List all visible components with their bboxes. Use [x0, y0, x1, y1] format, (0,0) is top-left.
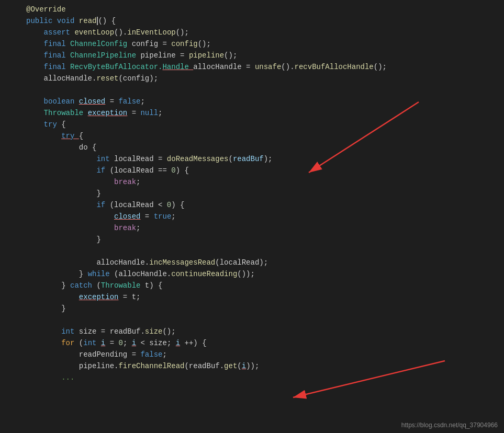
code-token	[26, 51, 44, 60]
code-token	[26, 132, 61, 140]
code-token: Handle	[162, 63, 193, 71]
line-content: final ChannelPipeline pipeline = pipelin…	[26, 51, 499, 60]
code-token: =	[105, 339, 118, 347]
code-token: ;	[171, 212, 175, 221]
line-content: allocHandle.reset(config);	[26, 74, 499, 83]
code-token	[26, 201, 96, 209]
code-line	[0, 316, 504, 327]
code-token: < size;	[136, 339, 176, 347]
code-line: try {	[0, 132, 504, 143]
line-content: final RecvByteBufAllocator.Handle allocH…	[26, 63, 499, 71]
code-token: ;	[158, 109, 162, 117]
line-content: if (localRead < 0) {	[26, 201, 499, 209]
code-token: ();	[374, 63, 387, 71]
code-token: (allocHandle.	[114, 270, 171, 278]
code-token: fireChannelRead	[118, 362, 184, 370]
code-token: Throwable	[44, 109, 88, 117]
code-token: size = readBuf.	[79, 327, 145, 336]
code-token: void	[57, 17, 79, 25]
code-token: continueReading	[171, 270, 237, 278]
code-token: ;	[136, 178, 140, 186]
code-token: ;	[123, 339, 132, 347]
code-token	[26, 63, 44, 71]
code-token: ();	[198, 40, 211, 48]
code-line: readPending = false;	[0, 350, 504, 362]
code-line	[0, 247, 504, 258]
code-line: break;	[0, 224, 504, 235]
code-line	[0, 86, 504, 97]
code-line: allocHandle.incMessagesRead(localRead);	[0, 258, 504, 270]
code-token: (localRead ==	[110, 166, 172, 175]
code-token	[26, 109, 44, 117]
line-content: assert eventLoop().inEventLoop();	[26, 28, 499, 37]
code-token: while	[88, 270, 114, 278]
code-line: }	[0, 235, 504, 247]
code-token: false	[118, 97, 140, 106]
code-token: 0	[167, 201, 171, 209]
code-line: int size = readBuf.size();	[0, 327, 504, 339]
code-token: ) {	[171, 201, 184, 209]
code-token: reset	[96, 74, 118, 83]
code-line: try {	[0, 120, 504, 132]
code-line: final ChannelConfig config = config();	[0, 40, 504, 51]
code-token: ().	[114, 28, 127, 37]
line-content: } while (allocHandle.continueReading());	[26, 270, 499, 278]
code-line: break;	[0, 178, 504, 189]
code-token: closed	[114, 212, 140, 221]
code-token: ();	[224, 51, 237, 60]
code-line: closed = true;	[0, 212, 504, 224]
code-token: t) {	[145, 281, 163, 290]
line-content: int size = readBuf.size();	[26, 327, 499, 336]
code-token: allocHandle.	[26, 258, 149, 267]
line-content: try {	[26, 120, 499, 129]
code-token: @Override	[26, 5, 66, 14]
code-token: (	[96, 281, 100, 290]
code-token: =	[140, 212, 153, 221]
code-token: eventLoop	[74, 28, 114, 37]
code-token: final	[44, 51, 70, 60]
code-token: (	[79, 339, 83, 347]
code-line: final RecvByteBufAllocator.Handle allocH…	[0, 63, 504, 74]
code-token: ();	[176, 28, 189, 37]
code-line: pipeline.fireChannelRead(readBuf.get(i))…	[0, 362, 504, 373]
code-token: );	[264, 155, 273, 163]
code-token: () {	[98, 17, 116, 25]
line-content: } catch (Throwable t) {	[26, 281, 499, 290]
code-token: i	[132, 339, 136, 347]
code-line: allocHandle.reset(config);	[0, 74, 504, 86]
code-token: final	[44, 40, 70, 48]
code-token: incMessagesRead	[149, 258, 215, 267]
code-line: if (localRead < 0) {	[0, 201, 504, 212]
code-line: } catch (Throwable t) {	[0, 281, 504, 293]
code-line: ...	[0, 373, 504, 385]
code-line: do {	[0, 143, 504, 155]
code-token: int	[96, 155, 114, 163]
code-token: (localRead <	[110, 201, 167, 209]
code-token: do {	[26, 143, 96, 152]
line-content: final ChannelConfig config = config();	[26, 40, 499, 48]
code-token	[26, 339, 61, 347]
code-token: }	[26, 281, 70, 290]
line-content: pipeline.fireChannelRead(readBuf.get(i))…	[26, 362, 499, 370]
code-line: if (localRead == 0) {	[0, 166, 504, 178]
code-token: if	[96, 166, 109, 175]
code-token: closed	[79, 97, 105, 106]
code-token: 0	[171, 166, 175, 175]
code-token	[26, 40, 44, 48]
code-token: size	[145, 327, 163, 336]
code-token: final	[44, 63, 70, 71]
code-token: true	[154, 212, 172, 221]
code-token: }	[26, 235, 101, 244]
line-content: if (localRead == 0) {	[26, 166, 499, 175]
code-token: pipeline =	[140, 51, 188, 60]
code-token	[26, 293, 79, 301]
code-token: localRead =	[114, 155, 167, 163]
code-token	[26, 120, 44, 129]
line-content: int localRead = doReadMessages(readBuf);	[26, 155, 499, 163]
code-token: unsafe	[255, 63, 281, 71]
code-token: null	[140, 109, 158, 117]
code-token	[26, 155, 96, 163]
code-token: }	[26, 189, 101, 198]
line-content: break;	[26, 178, 499, 186]
code-line: exception = t;	[0, 293, 504, 304]
